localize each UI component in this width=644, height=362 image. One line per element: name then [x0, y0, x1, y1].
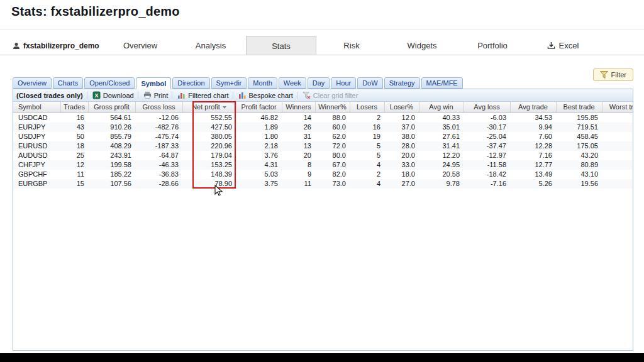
bespoke-chart-button[interactable]: Bespoke chart [233, 91, 293, 99]
cell-best-trade: 458.45 [556, 132, 602, 141]
column-header-best-trade[interactable]: Best trade [556, 102, 602, 113]
subtab-charts[interactable]: Charts [53, 77, 83, 89]
cell-winner: 60.0 [315, 123, 350, 132]
grid-row-usdjpy[interactable]: USDJPY50855.79-475.74380.051.803162.0193… [13, 132, 633, 141]
cell-gross-loss: -28.66 [135, 179, 182, 189]
subtab-direction[interactable]: Direction [172, 77, 209, 89]
svg-text:X: X [94, 92, 98, 99]
subtab-mae-mfe[interactable]: MAE/MFE [421, 77, 463, 89]
nav-divider [0, 55, 644, 55]
nav-tab-widgets[interactable]: Widgets [387, 36, 457, 55]
subtab-hour[interactable]: Hour [331, 77, 356, 89]
cell-trades: 15 [60, 179, 88, 189]
nav-tab-risk[interactable]: Risk [316, 36, 387, 55]
cell-gross-loss: -475.74 [135, 132, 182, 141]
subtab-month[interactable]: Month [248, 77, 277, 89]
subtab-strategy[interactable]: Strategy [384, 77, 420, 89]
nav-tab-excel[interactable]: Excel [528, 36, 598, 55]
cell-losers: 2 [350, 113, 384, 123]
cell-winners: 26 [282, 123, 315, 132]
column-header-losers[interactable]: Losers [350, 102, 384, 113]
account-menu[interactable]: fxstabilizerpro_demo [13, 36, 99, 55]
download-button[interactable]: XDownload [87, 91, 134, 99]
filtered-chart-button[interactable]: Filtered chart [172, 91, 228, 99]
cell-worst-trade [602, 132, 633, 141]
column-header-avg-win[interactable]: Avg win [419, 102, 464, 113]
cell-avg-loss: -18.42 [464, 170, 510, 179]
column-header-winner[interactable]: Winner% [315, 102, 350, 113]
grid-toolbar: (Closed trades only) XDownloadPrintFilte… [13, 89, 633, 102]
grid-header-row: SymbolTradesGross profitGross lossNet pr… [13, 102, 633, 113]
column-header-gross-loss[interactable]: Gross loss [135, 102, 182, 113]
toolbar-button-label: Download [103, 92, 134, 99]
print-button[interactable]: Print [138, 91, 169, 99]
cell-losers: 5 [350, 151, 384, 160]
cell-gross-profit: 107.56 [88, 179, 135, 189]
toolbar-button-label: Clear grid filter [313, 92, 358, 99]
cell-loser: 27.0 [384, 179, 419, 189]
cell-worst-trade [602, 170, 633, 179]
cell-avg-loss: -6.03 [464, 113, 510, 123]
cell-winner: 80.0 [315, 151, 350, 160]
column-header-avg-trade[interactable]: Avg trade [510, 102, 556, 113]
column-header-avg-loss[interactable]: Avg loss [464, 102, 510, 113]
cell-winner: 67.0 [315, 160, 350, 170]
grid-row-gbpchf[interactable]: GBPCHF11185.22-36.83148.395.03982.0218.0… [13, 170, 633, 179]
column-header-trades[interactable]: Trades [60, 102, 88, 113]
cell-winner: 82.0 [315, 170, 350, 179]
toolbar-button-label: Print [154, 92, 169, 99]
nav-tab-label: Risk [343, 41, 359, 50]
cell-best-trade: 175.05 [556, 141, 602, 151]
bespoke-chart-icon [238, 91, 247, 99]
cell-avg-win: 12.20 [419, 151, 464, 160]
cell-winners: 8 [282, 160, 315, 170]
cell-profit-factor: 1.80 [236, 132, 282, 141]
nav-tab-overview[interactable]: Overview [105, 36, 175, 55]
nav-tab-stats[interactable]: Stats [246, 36, 316, 55]
grid-row-eurusd[interactable]: EURUSD18408.29-187.33220.962.181372.0528… [13, 141, 633, 151]
cell-avg-trade: 9.94 [510, 123, 556, 132]
cell-gross-profit: 185.22 [88, 170, 135, 179]
subtab-day[interactable]: Day [308, 77, 330, 89]
cell-winners: 20 [282, 151, 315, 160]
column-header-gross-profit[interactable]: Gross profit [88, 102, 135, 113]
column-header-winners[interactable]: Winners [282, 102, 315, 113]
cell-avg-trade: 34.53 [510, 113, 556, 123]
cell-losers: 16 [350, 123, 384, 132]
column-header-worst-trade[interactable]: Worst trade [602, 102, 633, 113]
cell-profit-factor: 1.89 [236, 123, 282, 132]
cell-trades: 11 [60, 170, 88, 179]
cell-gross-profit: 564.61 [88, 113, 135, 123]
letterbox-bar [0, 353, 644, 362]
cell-avg-loss: -12.97 [464, 151, 510, 160]
cell-avg-win: 40.33 [419, 113, 464, 123]
cell-avg-win: 9.78 [419, 179, 464, 189]
column-header-symbol[interactable]: Symbol [13, 102, 60, 113]
cell-avg-trade: 12.77 [510, 160, 556, 170]
cell-loser: 12.0 [384, 113, 419, 123]
cell-profit-factor: 46.82 [236, 113, 282, 123]
grid-row-eurgbp[interactable]: EURGBP15107.56-28.6678.903.751173.0427.0… [13, 179, 633, 189]
subtab-week[interactable]: Week [279, 77, 306, 89]
cell-worst-trade [602, 151, 633, 160]
cell-gross-loss: -187.33 [135, 141, 182, 151]
nav-tab-label: Overview [123, 41, 157, 50]
column-header-profit-factor[interactable]: Profit factor [236, 102, 282, 113]
grid-row-eurjpy[interactable]: EURJPY43910.26-482.76427.501.892660.0163… [13, 123, 633, 132]
column-header-loser[interactable]: Loser% [384, 102, 419, 113]
cell-gross-profit: 243.91 [88, 151, 135, 160]
subtab-overview[interactable]: Overview [13, 77, 52, 89]
mouse-cursor [214, 185, 223, 200]
cell-avg-win: 35.01 [419, 123, 464, 132]
grid-row-audusd[interactable]: AUDUSD25243.91-64.87179.043.762080.0520.… [13, 151, 633, 160]
subtab-open-closed[interactable]: Open/Closed [84, 77, 135, 89]
subtab-symbol[interactable]: Symbol [136, 77, 171, 89]
nav-tab-portfolio[interactable]: Portfolio [457, 36, 528, 55]
grid-row-chfjpy[interactable]: CHFJPY12199.58-46.33153.254.31867.0433.0… [13, 160, 633, 170]
nav-tab-analysis[interactable]: Analysis [175, 36, 246, 55]
grid-row-usdcad[interactable]: USDCAD16564.61-12.06552.5546.821488.0212… [13, 113, 633, 123]
subtab-sym-dir[interactable]: Sym+dir [211, 77, 247, 89]
cell-profit-factor: 3.76 [236, 151, 282, 160]
filter-button[interactable]: Filter [593, 69, 633, 81]
subtab-dow[interactable]: DoW [357, 77, 382, 89]
